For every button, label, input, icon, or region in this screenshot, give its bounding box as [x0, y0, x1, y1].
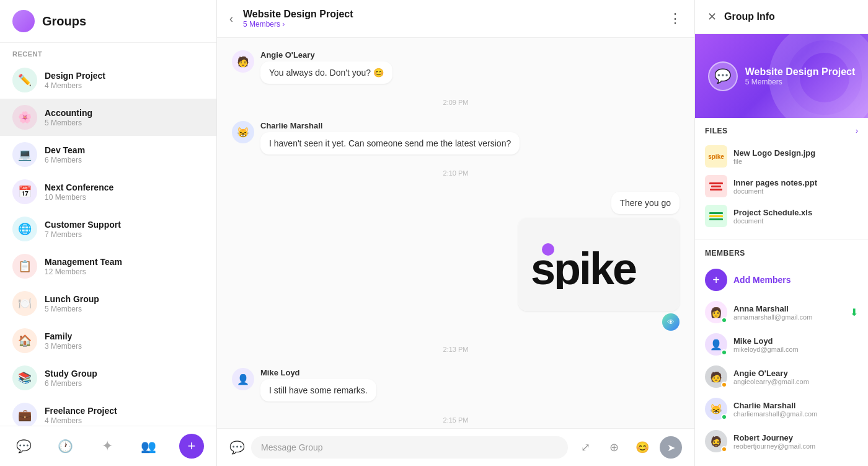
member-item-1[interactable]: 👤 Mike Loyd mikeloyd@gmail.com: [705, 328, 858, 361]
group-item-dev-team[interactable]: 💻 Dev Team 6 Members: [0, 136, 216, 173]
message-3: There you go spike 👁 🙂: [232, 192, 680, 331]
file-item-1[interactable]: spike New Logo Design.jpg file: [705, 141, 858, 171]
member-avatar: 👤: [705, 333, 727, 356]
group-name: Customer Support: [45, 220, 204, 230]
group-name: Management Team: [45, 257, 204, 267]
group-item-design-project[interactable]: ✏️ Design Project 4 Members: [0, 61, 216, 99]
files-arrow[interactable]: ›: [856, 127, 858, 135]
member-name: Angie O'Leary: [733, 369, 858, 378]
member-info: Mike Loyd mikeloyd@gmail.com: [733, 336, 858, 353]
message-sender: Angie O'Leary: [260, 50, 392, 60]
group-name: Next Conference: [45, 182, 204, 192]
mike-avatar: 👤: [232, 368, 254, 390]
file-info-3: Project Schedule.xls document: [733, 208, 812, 225]
chat-panel: ‹ Website Design Project 5 Members › ⋮ 🧑…: [217, 0, 694, 466]
add-icon: +: [705, 269, 727, 291]
message-1: 🧑 Angie O'Leary You always do. Don't you…: [232, 50, 680, 84]
info-panel-title: Group Info: [724, 11, 775, 22]
member-item-3[interactable]: 😸 Charlie Marshall charliemarshall@gmail…: [705, 393, 858, 425]
back-button[interactable]: ‹: [229, 12, 233, 25]
file-type: file: [733, 158, 815, 165]
attach-icon[interactable]: ⊕: [603, 436, 625, 459]
member-info: Robert Journey reobertjourney@gmail.com: [733, 433, 858, 450]
nav-add-button[interactable]: +: [179, 434, 204, 459]
sidebar: Groups RECENT ✏️ Design Project 4 Member…: [0, 0, 217, 466]
members-label: MEMBERS: [705, 249, 858, 258]
message-time: 2:10 PM: [232, 169, 680, 177]
group-name: Family: [45, 331, 204, 341]
banner-content: 💬 Website Design Project 5 Members: [698, 52, 866, 101]
chat-header-info: Website Design Project 5 Members ›: [243, 9, 661, 29]
group-item-accounting[interactable]: 🌸 Accounting 5 Members: [0, 99, 216, 136]
group-item-management-team[interactable]: 📋 Management Team 12 Members: [0, 248, 216, 285]
message-bubble: Angie O'Leary You always do. Don't you? …: [260, 50, 392, 84]
right-message-wrap: There you go spike 👁: [518, 192, 680, 331]
member-info: Anna Marshall annamarshall@gmail.com: [733, 304, 844, 321]
file-name: Project Schedule.xls: [733, 208, 812, 217]
file-info-2: Inner pages notes.ppt document: [733, 178, 817, 195]
group-members: 12 Members: [45, 267, 204, 276]
member-email: annamarshall@gmail.com: [733, 313, 844, 321]
group-members: 4 Members: [45, 81, 204, 90]
group-item-lunch-group[interactable]: 🍽️ Lunch Group 5 Members: [0, 285, 216, 322]
group-members: 10 Members: [45, 193, 204, 202]
file-thumb-jpg: spike: [705, 145, 727, 168]
file-thumb-xls: [705, 205, 727, 227]
recent-label: RECENT: [0, 43, 216, 61]
expand-icon[interactable]: ⤢: [574, 436, 596, 459]
nav-contacts[interactable]: 👥: [138, 435, 160, 457]
chat-members-count[interactable]: 5 Members ›: [243, 20, 661, 29]
file-name: New Logo Design.jpg: [733, 148, 815, 158]
member-item-0[interactable]: 👩 Anna Marshall annamarshall@gmail.com ⬇: [705, 296, 858, 328]
seen-icon: 👁: [662, 313, 680, 331]
member-info: Angie O'Leary angieolearry@gmail.com: [733, 369, 858, 385]
group-name: Lunch Group: [45, 294, 204, 304]
member-item-2[interactable]: 🧑 Angie O'Leary angieolearry@gmail.com: [705, 361, 858, 393]
add-members-button[interactable]: + Add Members: [705, 264, 858, 296]
member-avatar: 😸: [705, 398, 727, 420]
emoji-icon[interactable]: 😊: [631, 436, 653, 459]
member-email: mikeloyd@gmail.com: [733, 346, 858, 353]
message-text: There you go: [611, 192, 680, 214]
group-item-customer-support[interactable]: 🌐 Customer Support 7 Members: [0, 210, 216, 248]
group-avatar: 🌸: [12, 105, 37, 130]
member-item-4[interactable]: 🧔 Robert Journey reobertjourney@gmail.co…: [705, 425, 858, 457]
group-name: Study Group: [45, 369, 204, 379]
sidebar-title: Groups: [42, 14, 86, 29]
member-name: Charlie Marshall: [733, 401, 858, 410]
group-item-study-group[interactable]: 📚 Study Group 6 Members: [0, 359, 216, 397]
file-item-3[interactable]: Project Schedule.xls document: [705, 201, 858, 231]
member-email: reobertjourney@gmail.com: [733, 442, 858, 450]
nav-messages[interactable]: 💬: [12, 435, 35, 457]
message-4: 👤 Mike Loyd I still have some remarks.: [232, 368, 680, 401]
group-item-freelance-project[interactable]: 💼 Freelance Project 4 Members: [0, 397, 216, 426]
info-close-button[interactable]: ✕: [707, 10, 717, 24]
file-type: document: [733, 217, 812, 225]
group-members: 3 Members: [45, 342, 204, 351]
chat-more-button[interactable]: ⋮: [668, 11, 682, 27]
nav-apps[interactable]: ✦: [96, 435, 118, 457]
message-input[interactable]: Message Group: [251, 436, 568, 459]
message-time: 2:13 PM: [232, 346, 680, 353]
group-name: Accounting: [45, 108, 204, 118]
file-item-2[interactable]: Inner pages notes.ppt document: [705, 171, 858, 201]
group-banner: 💬 Website Design Project 5 Members: [695, 34, 868, 118]
message-time: 2:15 PM: [232, 416, 680, 424]
group-info: Study Group 6 Members: [45, 369, 204, 388]
download-arrow: ⬇: [850, 307, 858, 318]
file-thumb-ppt: [705, 175, 727, 197]
nav-recent[interactable]: 🕐: [54, 435, 76, 457]
send-button[interactable]: ➤: [660, 436, 682, 459]
member-name: Mike Loyd: [733, 336, 858, 346]
banner-info: Website Design Project 5 Members: [745, 66, 856, 86]
group-name: Design Project: [45, 71, 204, 81]
online-status: [721, 414, 727, 420]
member-avatar: 🧔: [705, 430, 727, 452]
file-info-1: New Logo Design.jpg file: [733, 148, 815, 165]
group-name: Dev Team: [45, 145, 204, 155]
members-section: MEMBERS + Add Members 👩 Anna Marshall an…: [695, 240, 868, 466]
group-item-family[interactable]: 🏠 Family 3 Members: [0, 322, 216, 359]
group-members: 5 Members: [45, 119, 204, 127]
banner-group-name: Website Design Project: [745, 66, 856, 78]
group-item-next-conference[interactable]: 📅 Next Conference 10 Members: [0, 173, 216, 210]
